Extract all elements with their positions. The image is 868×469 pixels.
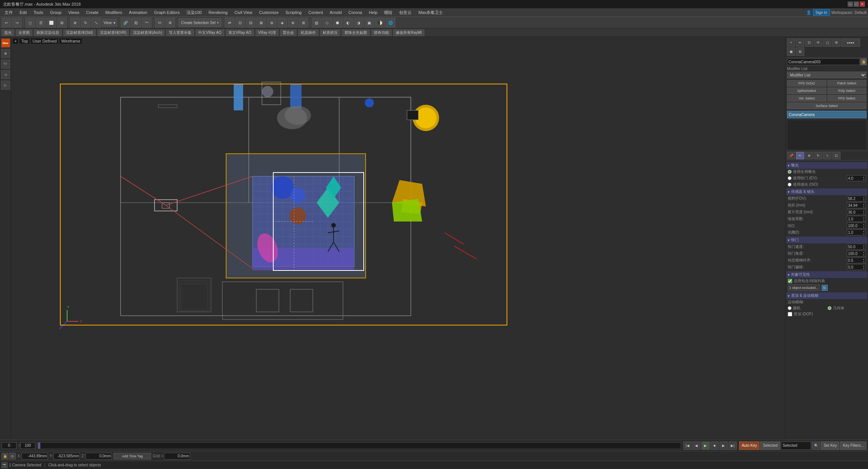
menu-edit[interactable]: Edit: [17, 9, 30, 15]
reference-coord-dropdown[interactable]: View ▾: [102, 18, 117, 27]
search-button[interactable]: 🔍: [812, 442, 820, 450]
sec-btn-panorama[interactable]: 全景图: [16, 29, 32, 36]
viewport-view[interactable]: Top: [20, 38, 29, 44]
dof-checkbox[interactable]: [788, 312, 792, 316]
menu-file[interactable]: 文件: [2, 9, 16, 16]
minimize-button[interactable]: ─: [848, 2, 853, 7]
pi-icon-rotate[interactable]: ↻: [814, 152, 822, 159]
mod-btn-poly-select[interactable]: Poly Select: [827, 87, 867, 94]
visibility-header[interactable]: ▾ 对象可见性: [786, 271, 867, 278]
fov-input[interactable]: [848, 197, 861, 201]
sec-btn-vray-proxy[interactable]: VRay 代理: [256, 29, 279, 36]
camera-name-input[interactable]: [787, 58, 860, 65]
key-filters-button[interactable]: Key Filters...: [840, 442, 866, 450]
motion-blur-header[interactable]: ▾ 景深 & 反动模糊: [786, 292, 867, 299]
iso-up[interactable]: ▴: [863, 223, 865, 226]
align-view-btn2[interactable]: ⊞: [299, 18, 308, 27]
unlink-button[interactable]: ⛓: [131, 18, 141, 27]
rp-icon-extra3[interactable]: ⊞: [796, 47, 804, 56]
aperture-up[interactable]: ▴: [863, 230, 865, 232]
motion-blur-up[interactable]: ▴: [863, 258, 865, 260]
exposure-header[interactable]: ▾ 曝光: [786, 162, 867, 169]
exposure-ev-spinner[interactable]: ▴ ▾: [847, 175, 866, 181]
play-button[interactable]: ▶: [701, 442, 710, 450]
y-value[interactable]: [54, 453, 80, 460]
scale-button[interactable]: ⤡: [91, 18, 101, 27]
rp-icon-utilities[interactable]: ⚙: [832, 38, 840, 47]
shutter-speed-spinner[interactable]: ▴ ▾: [847, 244, 866, 250]
sec-btn-mat-vr[interactable]: 渲染材质球(VR): [97, 29, 129, 36]
sensor-header[interactable]: ▾ 传感器 & 镜头: [786, 188, 867, 195]
excluded-objects-button[interactable]: 1 object excluded...: [788, 284, 820, 291]
align-view-button[interactable]: ⊟: [246, 18, 256, 27]
maximize-button[interactable]: □: [854, 2, 859, 7]
menu-max-antivirus[interactable]: Max杀毒卫士: [415, 9, 446, 16]
zoom-input[interactable]: [848, 217, 861, 221]
selected-camera-item[interactable]: CoronaCamera: [787, 111, 866, 118]
go-to-start-button[interactable]: |◀: [683, 442, 692, 450]
rp-icon-display[interactable]: ◻: [823, 38, 831, 47]
sign-in-button[interactable]: Sign In: [813, 9, 830, 16]
rotate-button[interactable]: ↻: [81, 18, 90, 27]
fov-up[interactable]: ▴: [863, 196, 865, 199]
mod-btn-surface-select[interactable]: Surface Select: [787, 102, 866, 109]
bind-space-warp-button[interactable]: 〜: [142, 18, 152, 27]
lock-icon[interactable]: 🔒: [2, 453, 8, 460]
create-selection-button[interactable]: Create Selection Sel ▾: [179, 18, 221, 27]
aperture-spinner[interactable]: ▴ ▾: [847, 229, 866, 235]
spinner-down[interactable]: ▾: [863, 178, 865, 181]
sec-btn-rare[interactable]: 猎奇功能: [371, 29, 392, 36]
sec-btn-sphere-missing[interactable]: 塑珠去失贴图: [342, 29, 370, 36]
timeline-thumb[interactable]: [38, 443, 40, 449]
sec-btn-guang[interactable]: 选光: [2, 29, 14, 36]
pi-icon-pin[interactable]: 📌: [787, 152, 795, 159]
focal-input[interactable]: [848, 203, 861, 208]
add-time-tag-button[interactable]: Add Time Tag: [113, 453, 151, 460]
rp-icon-pencil[interactable]: ✏: [796, 38, 804, 47]
iso-input[interactable]: [848, 224, 861, 228]
zoom-down[interactable]: ▾: [863, 219, 865, 222]
x-value[interactable]: [21, 453, 48, 460]
shutter-offset-input[interactable]: [848, 265, 861, 269]
focal-up[interactable]: ▴: [863, 203, 865, 205]
prev-frame-button[interactable]: ◀: [692, 442, 701, 450]
normal-align-button[interactable]: ⊛: [267, 18, 277, 27]
menu-animation[interactable]: Animation: [126, 9, 150, 15]
current-frame-input[interactable]: [2, 442, 17, 449]
mod-btn-ffd[interactable]: FFD 2x2x2: [787, 80, 827, 87]
iso-down[interactable]: ▾: [863, 226, 865, 228]
environment-button[interactable]: 🌐: [386, 18, 395, 27]
sec-btn-machine[interactable]: 机器操作: [298, 29, 318, 36]
sec-btn-mat-squeeze[interactable]: 材质挤压: [320, 29, 340, 36]
shutter-offset-up[interactable]: ▴: [863, 264, 865, 267]
camera-motion-radio[interactable]: [788, 306, 791, 310]
go-to-end-button[interactable]: ▶|: [729, 442, 737, 450]
mirror-button[interactable]: ⇌: [225, 18, 234, 27]
menu-tools[interactable]: Tools: [31, 9, 46, 15]
shutter-speed-input[interactable]: [848, 245, 861, 249]
redo-button[interactable]: ↪: [12, 18, 22, 27]
material-editor-button[interactable]: ⬟: [333, 18, 343, 27]
sec-btn-mat-arch[interactable]: 渲染材质球(Arch): [130, 29, 165, 36]
toggle-ribbon-button[interactable]: ▤: [312, 18, 321, 27]
menu-corona[interactable]: Corona: [346, 9, 365, 15]
exposure-iso-radio[interactable]: [788, 183, 791, 186]
film-width-up[interactable]: ▴: [863, 209, 865, 212]
fov-down[interactable]: ▾: [863, 199, 865, 201]
select-object-button[interactable]: ◻: [25, 18, 35, 27]
menu-civil-view[interactable]: Civil View: [231, 9, 255, 15]
exposure-ev-radio[interactable]: [788, 176, 791, 180]
sec-btn-import-bg[interactable]: 导入背景补集: [166, 29, 194, 36]
grid-value[interactable]: [164, 453, 190, 460]
left-nav-next[interactable]: ▷: [1, 81, 10, 90]
menu-arnold[interactable]: Arnold: [327, 9, 345, 15]
menu-help[interactable]: Help: [366, 9, 381, 15]
sec-btn-raymt[interactable]: 修改所有RayMt: [393, 29, 424, 36]
select-region-button[interactable]: ⬜: [46, 18, 56, 27]
menu-views[interactable]: Views: [65, 9, 82, 15]
timeline-track[interactable]: [38, 442, 681, 449]
pi-icon-scale[interactable]: ⤡: [823, 152, 831, 159]
undo-button[interactable]: ↩: [2, 18, 11, 27]
render-scene-button[interactable]: ◐: [343, 18, 353, 27]
menu-rendering[interactable]: Rendering: [205, 9, 231, 15]
